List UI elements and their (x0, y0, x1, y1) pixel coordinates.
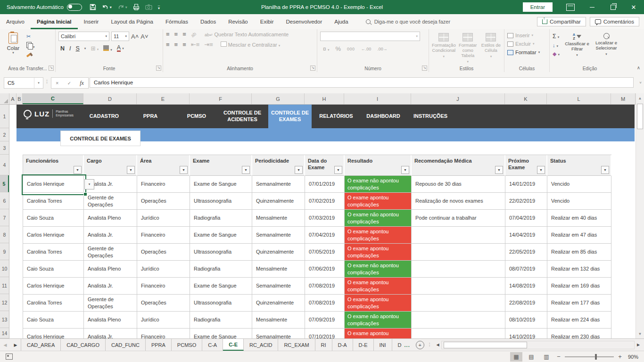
select-all-corner[interactable] (0, 93, 9, 104)
undo-caret[interactable]: ▾ (110, 5, 112, 9)
vertical-scroll-thumb[interactable] (637, 104, 643, 129)
page-layout-view-button[interactable]: ▤ (525, 352, 537, 362)
cell-periodicidade-row14[interactable]: Semanalmente (252, 329, 305, 338)
ribbon-tab-dados[interactable]: Dados (194, 14, 222, 29)
cell-proximo_exame-row14[interactable]: 14/10/2019 (505, 329, 547, 338)
align-bottom-button[interactable]: ≡ (182, 32, 186, 37)
zoom-slider-thumb[interactable] (595, 354, 597, 360)
page-break-view-button[interactable]: ▥ (540, 352, 553, 362)
cell-cargo-row9[interactable]: Gerente de Operações (84, 244, 137, 261)
cell-periodicidade-row10[interactable]: Mensalmente (252, 261, 305, 278)
ribbon-tab-arquivo[interactable]: Arquivo (0, 14, 31, 29)
filter-button-area[interactable]: ▼ (180, 166, 188, 174)
sheet-tab-rc-exam[interactable]: RC_EXAM (278, 339, 315, 351)
cell-status-row9[interactable]: Realizar em 85 dias (547, 244, 611, 261)
cell-proximo_exame-row12[interactable]: 22/08/2019 (505, 295, 547, 312)
find-select-button[interactable]: Localizar e Selecionar ▾ (592, 33, 621, 64)
cell-cargo-row8[interactable]: Analista Jr. (84, 227, 137, 244)
cell-funcionario-row5[interactable]: Carlos Henrique (23, 176, 84, 193)
font-size-combo[interactable]: 11▾ (111, 32, 129, 41)
row-header-2[interactable]: 2 (0, 128, 9, 141)
name-box-caret[interactable]: ▾ (34, 78, 43, 88)
column-header-J[interactable]: J (411, 93, 505, 104)
number-dialog-launcher[interactable]: ↘ (422, 66, 427, 71)
cell-funcionario-row11[interactable]: Carlos Henrique (23, 278, 84, 295)
macro-record-button[interactable] (6, 354, 13, 360)
cell-proximo_exame-row5[interactable]: 14/01/2019 (505, 176, 547, 193)
row-header-10[interactable]: 10 (0, 260, 9, 277)
autosum-button[interactable]: Σ ▾ (553, 33, 560, 40)
column-header-E[interactable]: E (137, 93, 190, 104)
cell-periodicidade-row11[interactable]: Semanalmente (252, 278, 305, 295)
row-header-8[interactable]: 8 (0, 226, 9, 243)
cell-periodicidade-row12[interactable]: Quinzenalmente (252, 295, 305, 312)
customize-qat-button[interactable]: –▾ (158, 5, 160, 9)
cut-button[interactable]: ✂ (26, 33, 35, 40)
ribbon-tab-inserir[interactable]: Inserir (78, 14, 105, 29)
sheet-tab-cad-cargo[interactable]: CAD_CARGO (61, 339, 106, 351)
cell-exame-row11[interactable]: Exame de Sangue (190, 278, 252, 295)
horizontal-scroll-track[interactable] (441, 341, 635, 349)
fill-color-button[interactable]: ▾ (103, 45, 112, 52)
column-header-B[interactable]: B (17, 93, 23, 104)
filter-button-cargo[interactable]: ▼ (127, 166, 135, 174)
name-box[interactable]: C5 ▾ (4, 77, 43, 89)
save-button[interactable] (90, 4, 96, 10)
cell-cargo-row13[interactable]: Analista Pleno (84, 312, 137, 329)
cell-recomendacao-row13[interactable] (412, 312, 505, 329)
copy-button[interactable]: ▾ (26, 42, 35, 49)
minimize-button[interactable] (582, 0, 603, 14)
print-preview-button[interactable] (133, 4, 140, 10)
collapse-ribbon-button[interactable]: ∧ (637, 65, 640, 70)
clipboard-dialog-launcher[interactable]: ↘ (49, 66, 54, 71)
scroll-right-arrow[interactable]: ▶ (635, 341, 642, 349)
sheet-tab-pcmso[interactable]: PCMSO (172, 339, 202, 351)
italic-button[interactable]: I (69, 45, 71, 52)
horizontal-scrollbar[interactable]: ◀ ▶ (434, 341, 642, 349)
row-header-3[interactable]: 3 (0, 141, 9, 155)
cell-periodicidade-row13[interactable]: Mensalmente (252, 312, 305, 329)
nav-tab-relatorios[interactable]: RELATÓRIOS (312, 105, 361, 128)
cell-data_exame-row12[interactable]: 07/08/2019 (305, 295, 345, 312)
row-header-6[interactable]: 6 (0, 192, 9, 209)
scroll-down-arrow[interactable]: ▼ (636, 329, 644, 338)
cell-proximo_exame-row13[interactable]: 08/10/2019 (505, 312, 547, 329)
row-header-11[interactable]: 11 (0, 277, 9, 294)
cell-area-row8[interactable]: Financeiro (137, 227, 190, 244)
cell-periodicidade-row8[interactable]: Semanalmente (252, 227, 305, 244)
cell-resultado-row10[interactable]: O exame não apontou complicações (345, 261, 412, 278)
filter-button-funcionarios[interactable]: ▼ (74, 166, 82, 174)
column-header-I[interactable]: I (344, 93, 411, 104)
cell-exame-row9[interactable]: Ultrassonografia (190, 244, 252, 261)
cell-funcionario-row8[interactable]: Carlos Henrique (23, 227, 84, 244)
row-header-4[interactable]: 4 (0, 155, 9, 175)
sheetbar-splitter[interactable]: ⁞ (429, 342, 430, 347)
formula-input[interactable]: Carlos Henrique (90, 77, 634, 88)
cell-recomendacao-row12[interactable] (412, 295, 505, 312)
sheet-tab-ppra[interactable]: PPRA (146, 339, 172, 351)
align-middle-button[interactable]: ≡ (174, 32, 178, 37)
cell-proximo_exame-row10[interactable]: 08/07/2019 (505, 261, 547, 278)
cell-recomendacao-row9[interactable] (412, 244, 505, 261)
column-header-H[interactable]: H (305, 93, 344, 104)
clear-button[interactable]: ◆ ▾ (553, 51, 560, 57)
cell-exame-row8[interactable]: Exame de Sangue (190, 227, 252, 244)
grow-font-button[interactable]: A˄ (131, 33, 139, 40)
sheet-tab-rc-acid[interactable]: RC_ACID (244, 339, 278, 351)
cell-recomendacao-row10[interactable] (412, 261, 505, 278)
sheet-tab-cad-func[interactable]: CAD_FUNC (106, 339, 146, 351)
sheet-tab-overflow[interactable]: D (392, 339, 403, 351)
bold-button[interactable]: N (60, 45, 65, 52)
filter-button-periodicidade[interactable]: ▼ (295, 166, 303, 174)
shrink-font-button[interactable]: A˅ (140, 33, 148, 40)
sheet-nav-next[interactable]: ▶ (10, 339, 21, 351)
column-header-D[interactable]: D (83, 93, 137, 104)
cell-status-row10[interactable]: Realizar em 132 dias (547, 261, 611, 278)
column-header-M[interactable]: M (611, 93, 636, 104)
cell-data_exame-row8[interactable]: 07/04/2019 (305, 227, 345, 244)
align-left-button[interactable]: ≡ (166, 42, 170, 47)
cell-periodicidade-row6[interactable]: Quinzenalmente (252, 193, 305, 210)
cell-area-row13[interactable]: Jurídico (137, 312, 190, 329)
cell-exame-row12[interactable]: Ultrassonografia (190, 295, 252, 312)
close-button[interactable]: ✕ (623, 0, 644, 14)
